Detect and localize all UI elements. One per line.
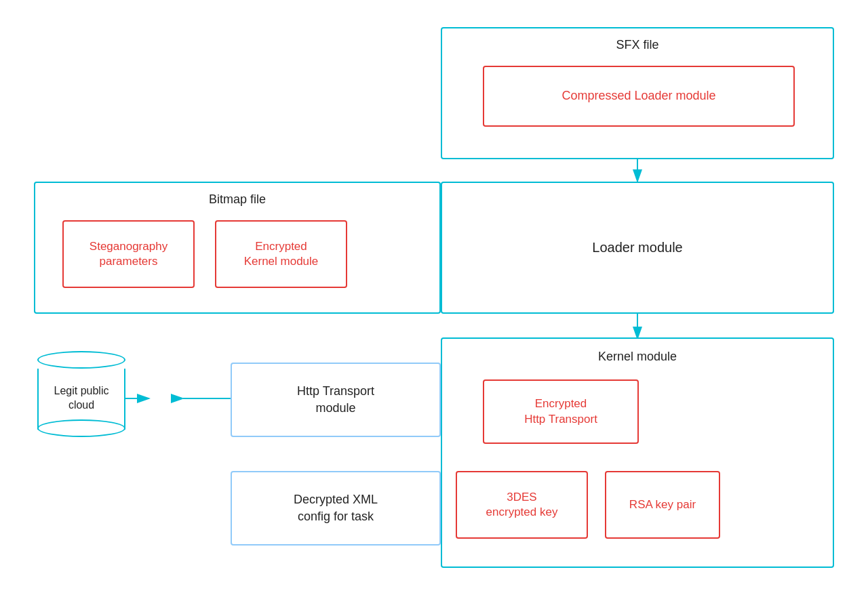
encrypted-kernel-box: Encrypted Kernel module [215,220,347,288]
decrypted-xml-box: Decrypted XML config for task [231,471,441,545]
rsa-key-box: RSA key pair [605,471,720,539]
loader-module-container: Loader module [441,182,834,314]
sfx-container: SFX file Compressed Loader module [441,27,834,159]
encrypted-http-box: Encrypted Http Transport [483,379,639,444]
cylinder-top [37,351,125,369]
bitmap-label: Bitmap file [35,192,439,207]
kernel-module-container: Kernel module Encrypted Http Transport 3… [441,337,834,568]
http-transport-box: Http Transport module [231,363,441,437]
cylinder-bottom [37,419,125,437]
cylinder-body: Legit public cloud [37,369,125,430]
kernel-module-label: Kernel module [442,350,833,364]
cylinder-label: Legit public cloud [41,384,122,413]
legit-cloud-cylinder: Legit public cloud [37,351,125,430]
bitmap-container: Bitmap file Steganography parameters Enc… [34,182,441,314]
compressed-loader-box: Compressed Loader module [483,66,795,127]
sfx-label: SFX file [442,38,833,52]
des-key-box: 3DES encrypted key [456,471,588,539]
steganography-box: Steganography parameters [62,220,195,288]
loader-module-label: Loader module [592,240,682,255]
